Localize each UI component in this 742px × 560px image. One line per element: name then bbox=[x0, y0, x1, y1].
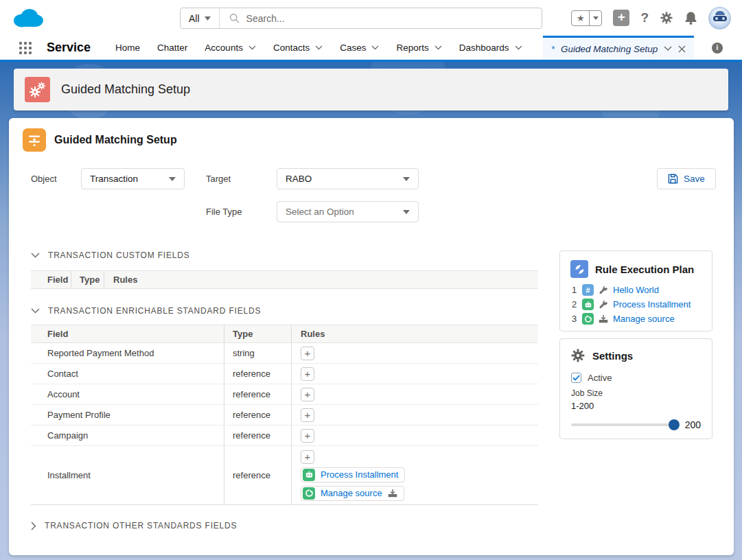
file-type-select[interactable]: Select an Option bbox=[277, 201, 419, 222]
file-type-value: Select an Option bbox=[286, 207, 354, 217]
chevron-down-icon bbox=[403, 210, 410, 214]
setup-gear-icon[interactable] bbox=[660, 11, 673, 25]
section-custom-fields[interactable]: TRANSACTION CUSTOM FIELDS bbox=[31, 250, 189, 260]
rule-manage-source[interactable]: Manage source bbox=[301, 486, 404, 501]
rule-label: Process Installment bbox=[321, 469, 398, 480]
rule-label: Manage source bbox=[321, 488, 382, 498]
add-rule-button[interactable]: + bbox=[301, 408, 314, 422]
object-select[interactable]: Transaction bbox=[81, 168, 185, 189]
page-header: Guided Matching Setup bbox=[14, 69, 728, 110]
search-input[interactable]: Search... bbox=[220, 13, 542, 24]
add-rule-button[interactable]: + bbox=[301, 388, 314, 401]
table-row-installment: Installment reference + Process Installm… bbox=[31, 446, 538, 505]
favorites-caret[interactable] bbox=[590, 11, 601, 25]
check-icon bbox=[572, 375, 580, 381]
app-launcher-icon[interactable] bbox=[19, 42, 32, 54]
chevron-down-icon bbox=[248, 45, 256, 50]
job-size-value: 200 bbox=[685, 419, 701, 430]
add-rule-button[interactable]: + bbox=[301, 347, 314, 360]
col-type: Type bbox=[71, 271, 104, 288]
header-actions: ★ + ? bbox=[571, 0, 731, 36]
add-button[interactable]: + bbox=[613, 10, 629, 26]
nav-item-home[interactable]: Home bbox=[115, 43, 140, 53]
job-size-slider-row: 200 bbox=[571, 419, 701, 430]
global-header: All Search... ★ + ? bbox=[0, 0, 742, 36]
enrichable-fields-table: Field Type Rules Reported Payment Method… bbox=[31, 325, 538, 505]
slider-thumb[interactable] bbox=[669, 419, 680, 430]
table-header: Field Type Rules bbox=[31, 270, 538, 289]
search-scope-select[interactable]: All bbox=[181, 8, 220, 28]
plugin-swirl-icon bbox=[303, 487, 315, 500]
save-button[interactable]: Save bbox=[657, 168, 716, 189]
rule-execution-plan-card: Rule Execution Plan 1 # Hello World 2 Pr… bbox=[559, 250, 712, 331]
col-field: Field bbox=[31, 271, 71, 288]
rep-item-3: 3 Manage source bbox=[572, 313, 712, 325]
section-enrichable-title: TRANSACTION ENRICHABLE STANDARD FIELDS bbox=[48, 306, 261, 316]
active-tab-label: Guided Matching Setup bbox=[561, 44, 658, 54]
chevron-down-icon bbox=[31, 253, 40, 258]
tab-guided-matching-setup[interactable]: * Guided Matching Setup bbox=[543, 36, 694, 60]
chevron-down-icon[interactable] bbox=[664, 46, 672, 51]
close-icon[interactable] bbox=[678, 45, 686, 53]
target-label: Target bbox=[206, 174, 231, 184]
wrench-icon bbox=[599, 285, 608, 295]
section-enrichable-fields[interactable]: TRANSACTION ENRICHABLE STANDARD FIELDS bbox=[31, 306, 261, 316]
avatar-cap bbox=[715, 11, 725, 15]
salesforce-logo-icon bbox=[11, 5, 45, 30]
search-scope-value: All bbox=[189, 13, 200, 24]
settings-title: Settings bbox=[592, 350, 633, 362]
rep-link[interactable]: Process Installment bbox=[613, 299, 691, 310]
rule-process-installment[interactable]: Process Installment bbox=[301, 467, 405, 482]
table-row: Campaign reference + bbox=[31, 425, 538, 446]
table-row: Reported Payment Method string + bbox=[31, 343, 538, 364]
save-icon bbox=[668, 174, 678, 184]
star-icon[interactable]: ★ bbox=[572, 11, 590, 25]
section-other-fields[interactable]: TRANSACTION OTHER STANDARDS FIELDS bbox=[31, 521, 237, 530]
col-rules: Rules bbox=[292, 325, 538, 342]
main-card: Guided Matching Setup Object Transaction… bbox=[9, 118, 734, 555]
nav-items: Home Chatter Accounts Contacts Cases Rep… bbox=[115, 43, 522, 53]
chevron-down-icon bbox=[593, 16, 599, 20]
chevron-down-icon bbox=[31, 308, 40, 314]
nav-bar: Service Home Chatter Accounts Contacts C… bbox=[0, 36, 742, 62]
card-title: Guided Matching Setup bbox=[54, 134, 177, 146]
object-value: Transaction bbox=[90, 174, 138, 184]
help-icon[interactable]: ? bbox=[640, 10, 649, 25]
info-icon[interactable]: i bbox=[712, 43, 723, 54]
nav-item-contacts[interactable]: Contacts bbox=[273, 43, 323, 53]
avatar[interactable] bbox=[708, 7, 731, 30]
save-label: Save bbox=[684, 174, 705, 184]
chevron-down-icon bbox=[371, 45, 379, 50]
rep-link[interactable]: Hello World bbox=[613, 285, 659, 295]
add-rule-button[interactable]: + bbox=[301, 429, 314, 443]
object-label: Object bbox=[31, 174, 57, 184]
notifications-bell-icon[interactable] bbox=[684, 11, 697, 25]
rep-list: 1 # Hello World 2 Process Installment 3 bbox=[572, 284, 712, 325]
add-rule-button[interactable]: + bbox=[301, 450, 314, 464]
strategy-icon bbox=[570, 260, 588, 278]
rep-item-1: 1 # Hello World bbox=[572, 284, 712, 296]
formula-hash-icon: # bbox=[582, 284, 594, 296]
nav-item-reports[interactable]: Reports bbox=[396, 43, 441, 53]
plugin-swirl-icon bbox=[582, 313, 594, 325]
guided-matching-icon bbox=[23, 128, 46, 152]
nav-item-dashboards[interactable]: Dashboards bbox=[459, 43, 522, 53]
deploy-icon bbox=[388, 489, 397, 498]
nav-item-chatter[interactable]: Chatter bbox=[157, 43, 187, 53]
target-select[interactable]: RABO bbox=[277, 168, 419, 189]
search-placeholder: Search... bbox=[246, 13, 285, 24]
wrench-icon bbox=[599, 300, 608, 310]
global-search[interactable]: All Search... bbox=[180, 8, 542, 29]
rep-link[interactable]: Manage source bbox=[613, 314, 675, 324]
favorites-button[interactable]: ★ bbox=[571, 10, 602, 26]
job-size-slider[interactable] bbox=[571, 423, 678, 426]
nav-item-accounts[interactable]: Accounts bbox=[205, 43, 256, 53]
rep-title-row: Rule Execution Plan bbox=[560, 251, 712, 278]
add-rule-button[interactable]: + bbox=[301, 367, 314, 381]
deploy-icon bbox=[599, 314, 608, 323]
active-checkbox[interactable] bbox=[571, 373, 581, 383]
nav-item-cases[interactable]: Cases bbox=[340, 43, 379, 53]
target-value: RABO bbox=[286, 174, 312, 184]
card-title-row: Guided Matching Setup bbox=[23, 128, 177, 152]
app-name[interactable]: Service bbox=[47, 40, 91, 55]
